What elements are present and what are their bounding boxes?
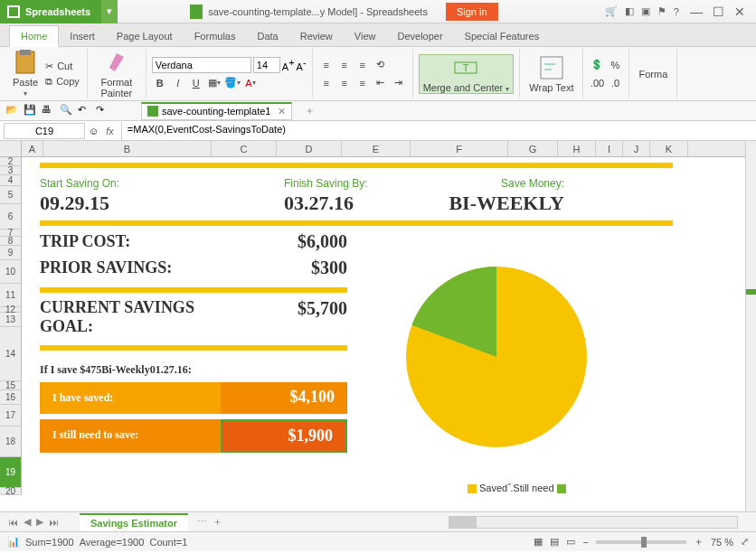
view-normal-icon[interactable]: ▦ [534, 536, 543, 548]
tab-special[interactable]: Special Features [454, 26, 551, 46]
shrink-font-button[interactable]: A- [297, 57, 307, 72]
align-left-button[interactable]: ≡ [318, 75, 335, 91]
format-painter-button[interactable]: Format Painter [93, 50, 140, 98]
sheet-nav-prev[interactable]: ◀ [21, 516, 33, 528]
name-box[interactable]: C19 [4, 123, 85, 139]
wrap-text-button[interactable]: Wrap Text [525, 55, 577, 93]
prior-savings-value[interactable]: $300 [230, 258, 347, 278]
fullscreen-button[interactable]: ⤢ [741, 536, 749, 548]
row-header-18[interactable]: 18 [0, 426, 21, 457]
col-header-K[interactable]: K [650, 141, 688, 156]
col-header-G[interactable]: G [508, 141, 558, 156]
zoom-out-button[interactable]: − [582, 537, 588, 548]
col-header-C[interactable]: C [212, 141, 277, 156]
tab-view[interactable]: View [344, 26, 387, 46]
row-header-6[interactable]: 6 [0, 204, 21, 230]
zoom-in-button[interactable]: ＋ [694, 535, 704, 548]
feedback-icon[interactable]: ⚑ [657, 5, 666, 17]
border-button[interactable]: ▦▾ [206, 75, 222, 91]
horizontal-scrollbar[interactable] [449, 516, 738, 529]
copy-button[interactable]: ⧉Copy [43, 75, 81, 89]
whatsnew-icon[interactable]: ? [674, 6, 679, 17]
italic-button[interactable]: I [170, 75, 186, 91]
indent-dec-button[interactable]: ⇤ [373, 75, 389, 91]
col-header-B[interactable]: B [43, 141, 212, 156]
col-header-J[interactable]: J [623, 141, 650, 156]
spreadsheet-grid[interactable]: ABCDEFGHIJK 2345678910111213141516171819… [0, 141, 756, 511]
tab-developer[interactable]: Developer [386, 26, 453, 46]
row-header-4[interactable]: 4 [0, 175, 21, 186]
frequency-value[interactable]: BI-WEEKLY [429, 192, 564, 215]
sheet-options-icon[interactable]: ⋯ [197, 516, 207, 528]
fontcolor-button[interactable]: A▾ [242, 75, 259, 91]
row-header-10[interactable]: 10 [0, 260, 21, 284]
underline-button[interactable]: U [188, 75, 204, 91]
align-right-button[interactable]: ≡ [354, 75, 371, 91]
col-header-H[interactable]: H [558, 141, 596, 156]
row-header-19[interactable]: 19 [0, 457, 21, 488]
theme-icon[interactable]: ◧ [625, 5, 634, 17]
app-menu-dropdown[interactable]: ▾ [101, 0, 118, 23]
undo-icon[interactable]: ↶ [78, 104, 92, 118]
app-logo[interactable]: Spreadsheets [0, 0, 101, 23]
format-button[interactable]: Forma [635, 69, 671, 80]
indent-inc-button[interactable]: ⇥ [391, 75, 407, 91]
sheet-nav-last[interactable]: ⏭ [46, 517, 61, 528]
skin-icon[interactable]: ▣ [641, 5, 650, 17]
tab-data[interactable]: Data [246, 26, 288, 46]
formula-input[interactable]: =MAX(0,EventCost-SavingsToDate) [121, 122, 756, 140]
col-header-A[interactable]: A [22, 141, 43, 156]
row-header-20[interactable]: 20 [0, 488, 21, 495]
inc-decimal-button[interactable]: .00 [589, 75, 605, 91]
open-icon[interactable]: 📂 [5, 104, 20, 118]
minimize-button[interactable]: — [686, 5, 706, 19]
col-header-E[interactable]: E [342, 141, 411, 156]
row-header-15[interactable]: 15 [0, 381, 21, 390]
fontsize-select[interactable] [253, 57, 280, 73]
row-header-17[interactable]: 17 [0, 405, 21, 426]
add-sheet-button[interactable]: ＋ [213, 515, 222, 529]
trip-cost-value[interactable]: $6,000 [230, 231, 347, 252]
grow-font-button[interactable]: A+ [282, 57, 295, 72]
tab-insert[interactable]: Insert [59, 26, 106, 46]
tab-home[interactable]: Home [9, 25, 59, 47]
align-bot-button[interactable]: ≡ [354, 57, 371, 73]
percent-button[interactable]: % [607, 57, 623, 73]
col-header-I[interactable]: I [596, 141, 623, 156]
tab-formulas[interactable]: Formulas [184, 26, 247, 46]
sheet-tab-active[interactable]: Savings Estimator [80, 513, 188, 531]
zoom-slider[interactable] [596, 540, 686, 544]
fn-icon[interactable]: ☺ [89, 126, 99, 136]
preview-icon[interactable]: 🔍 [60, 104, 74, 118]
col-header-D[interactable]: D [277, 141, 342, 156]
row-header-3[interactable]: 3 [0, 166, 21, 175]
saved-value[interactable]: $4,100 [221, 382, 347, 414]
close-button[interactable]: ✕ [731, 5, 749, 19]
fx-icon[interactable]: fx [99, 126, 121, 136]
signin-button[interactable]: Sign in [446, 3, 498, 21]
cut-button[interactable]: ✂Cut [43, 60, 81, 73]
vertical-scrollbar[interactable] [745, 141, 756, 511]
redo-icon[interactable]: ↷ [96, 104, 110, 118]
zoom-level[interactable]: 75 % [711, 537, 733, 548]
row-header-8[interactable]: 8 [0, 237, 21, 246]
row-header-13[interactable]: 13 [0, 313, 21, 327]
pie-chart[interactable] [402, 262, 591, 454]
row-header-9[interactable]: 9 [0, 246, 21, 260]
dec-decimal-button[interactable]: .0 [607, 75, 623, 91]
view-page-icon[interactable]: ▤ [550, 536, 559, 548]
currency-button[interactable]: 💲 [589, 57, 605, 73]
save-icon[interactable]: 💾 [24, 104, 38, 118]
print-icon[interactable]: 🖶 [42, 104, 56, 118]
cart-icon[interactable]: 🛒 [605, 5, 618, 17]
new-doc-button[interactable]: ＋ [305, 104, 315, 117]
fillcolor-button[interactable]: 🪣▾ [224, 75, 241, 91]
tab-review[interactable]: Review [289, 26, 344, 46]
document-tab[interactable]: save-counting-template1 ✕ [141, 102, 292, 120]
font-select[interactable] [152, 57, 251, 73]
merge-center-button[interactable]: T Merge and Center ▾ [419, 54, 515, 94]
need-value-selected-cell[interactable]: $1,900 [221, 419, 347, 453]
row-header-16[interactable]: 16 [0, 390, 21, 405]
align-top-button[interactable]: ≡ [318, 57, 335, 73]
select-all-corner[interactable] [0, 141, 22, 156]
